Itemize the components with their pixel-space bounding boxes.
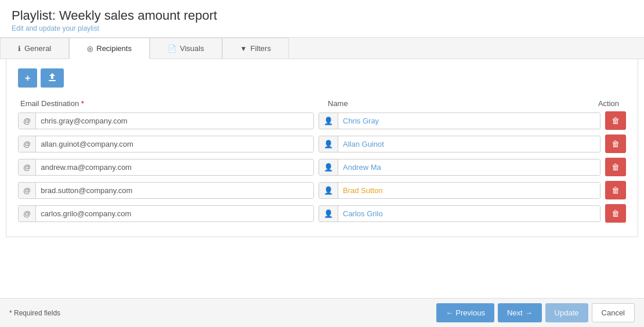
email-input[interactable] — [36, 183, 313, 198]
page-subtitle: Edit and update your playlist — [12, 24, 632, 32]
page-title: Playlist: Weekly sales amount report — [12, 8, 632, 23]
email-field-container: @ — [18, 205, 314, 222]
tab-recipients[interactable]: ◎ Recipients — [69, 38, 150, 59]
tab-visuals[interactable]: 📄 Visuals — [150, 38, 222, 59]
recipients-list: @ 👤 🗑 @ 👤 🗑 @ 👤 — [18, 111, 626, 223]
name-field-container: 👤 — [319, 205, 600, 222]
tab-general-label: General — [24, 44, 51, 53]
at-icon: @ — [19, 206, 36, 221]
name-field-container: 👤 — [319, 182, 600, 199]
table-row: @ 👤 🗑 — [18, 135, 626, 153]
toolbar: + — [18, 68, 626, 88]
table-row: @ 👤 🗑 — [18, 111, 626, 130]
footer-buttons: ← Previous Next → Update Cancel — [436, 303, 635, 322]
tab-visuals-label: Visuals — [180, 44, 204, 53]
delete-button[interactable]: 🗑 — [605, 181, 626, 199]
email-input[interactable] — [36, 113, 313, 129]
page-header: Playlist: Weekly sales amount report Edi… — [0, 0, 644, 38]
table-row: @ 👤 🗑 — [18, 158, 626, 176]
main-content: + Email Destination * Name Action @ 👤 🗑 — [6, 59, 638, 237]
email-field-container: @ — [18, 159, 314, 176]
email-column-header: Email Destination * — [18, 99, 320, 108]
tab-filters-label: Filters — [251, 44, 271, 53]
svg-rect-0 — [49, 80, 56, 81]
action-column-header: Action — [591, 99, 626, 108]
email-field-container: @ — [18, 136, 314, 152]
visuals-icon: 📄 — [168, 45, 176, 53]
recipients-icon: ◎ — [87, 45, 93, 53]
delete-button[interactable]: 🗑 — [605, 135, 626, 153]
next-arrow-icon: → — [525, 308, 533, 317]
email-field-container: @ — [18, 112, 314, 129]
name-field-container: 👤 — [319, 136, 600, 152]
name-input[interactable] — [338, 183, 600, 198]
name-column-header: Name — [320, 99, 591, 108]
table-header: Email Destination * Name Action — [18, 97, 626, 111]
footer: * Required fields ← Previous Next → Upda… — [0, 298, 644, 327]
table-row: @ 👤 🗑 — [18, 181, 626, 199]
at-icon: @ — [19, 113, 36, 129]
cancel-button[interactable]: Cancel — [592, 303, 635, 322]
tab-recipients-label: Recipients — [96, 44, 132, 53]
table-row: @ 👤 🗑 — [18, 204, 626, 223]
upload-recipients-button[interactable] — [41, 68, 64, 88]
name-input[interactable] — [338, 113, 600, 129]
add-recipient-button[interactable]: + — [18, 68, 37, 88]
person-icon: 👤 — [319, 183, 338, 198]
name-input[interactable] — [338, 159, 600, 175]
email-field-container: @ — [18, 182, 314, 199]
email-input[interactable] — [36, 159, 313, 175]
person-icon: 👤 — [319, 136, 338, 152]
delete-button[interactable]: 🗑 — [605, 204, 626, 223]
next-button[interactable]: Next → — [498, 303, 542, 322]
tab-general[interactable]: ℹ General — [0, 38, 69, 59]
name-input[interactable] — [338, 136, 600, 152]
at-icon: @ — [19, 159, 36, 175]
person-icon: 👤 — [319, 206, 338, 221]
person-icon: 👤 — [319, 159, 338, 175]
person-icon: 👤 — [319, 113, 338, 129]
at-icon: @ — [19, 136, 36, 152]
upload-icon — [48, 72, 57, 82]
email-input[interactable] — [36, 206, 313, 221]
previous-button[interactable]: ← Previous — [436, 303, 494, 322]
email-input[interactable] — [36, 136, 313, 152]
at-icon: @ — [19, 183, 36, 198]
name-input[interactable] — [338, 206, 600, 221]
delete-button[interactable]: 🗑 — [605, 111, 626, 130]
info-icon: ℹ — [18, 45, 21, 53]
required-star: * — [81, 99, 84, 108]
name-field-container: 👤 — [319, 159, 600, 176]
required-note: * Required fields — [9, 309, 436, 317]
update-button[interactable]: Update — [545, 303, 588, 322]
tab-filters[interactable]: ▼ Filters — [222, 38, 289, 59]
prev-arrow-icon: ← — [446, 308, 453, 317]
filter-icon: ▼ — [240, 45, 247, 53]
delete-button[interactable]: 🗑 — [605, 158, 626, 176]
tab-bar: ℹ General ◎ Recipients 📄 Visuals ▼ Filte… — [0, 38, 644, 59]
name-field-container: 👤 — [319, 112, 600, 129]
